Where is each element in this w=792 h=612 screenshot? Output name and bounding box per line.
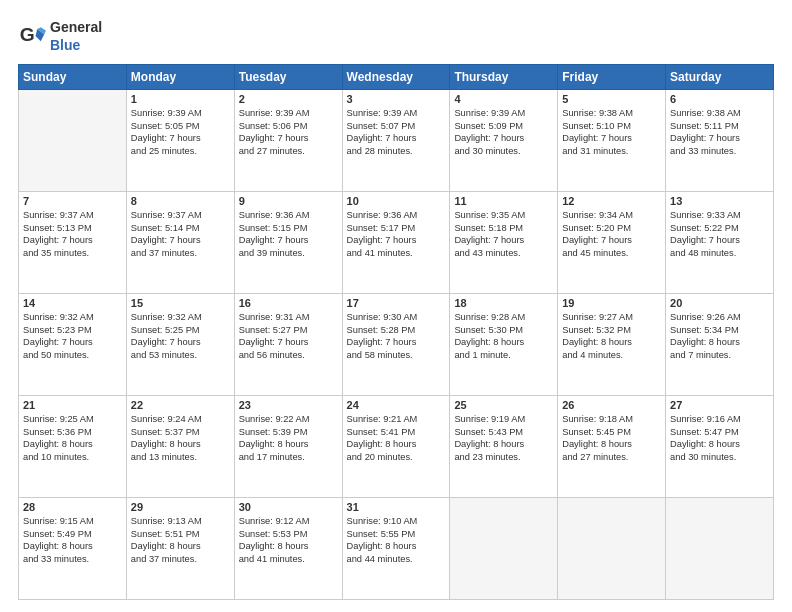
day-number: 9: [239, 195, 338, 207]
cell-info: Sunrise: 9:22 AMSunset: 5:39 PMDaylight:…: [239, 413, 338, 463]
cell-info: Sunrise: 9:38 AMSunset: 5:10 PMDaylight:…: [562, 107, 661, 157]
day-header-tuesday: Tuesday: [234, 65, 342, 90]
day-number: 8: [131, 195, 230, 207]
cell-info: Sunrise: 9:38 AMSunset: 5:11 PMDaylight:…: [670, 107, 769, 157]
cell-info: Sunrise: 9:39 AMSunset: 5:09 PMDaylight:…: [454, 107, 553, 157]
calendar-cell: 15Sunrise: 9:32 AMSunset: 5:25 PMDayligh…: [126, 294, 234, 396]
day-header-sunday: Sunday: [19, 65, 127, 90]
cell-info: Sunrise: 9:30 AMSunset: 5:28 PMDaylight:…: [347, 311, 446, 361]
day-number: 30: [239, 501, 338, 513]
calendar-cell: 14Sunrise: 9:32 AMSunset: 5:23 PMDayligh…: [19, 294, 127, 396]
calendar-cell: 21Sunrise: 9:25 AMSunset: 5:36 PMDayligh…: [19, 396, 127, 498]
calendar-cell: 17Sunrise: 9:30 AMSunset: 5:28 PMDayligh…: [342, 294, 450, 396]
cell-info: Sunrise: 9:13 AMSunset: 5:51 PMDaylight:…: [131, 515, 230, 565]
day-number: 25: [454, 399, 553, 411]
cell-info: Sunrise: 9:39 AMSunset: 5:05 PMDaylight:…: [131, 107, 230, 157]
day-number: 16: [239, 297, 338, 309]
calendar-cell: 25Sunrise: 9:19 AMSunset: 5:43 PMDayligh…: [450, 396, 558, 498]
svg-text:G: G: [20, 24, 35, 45]
day-number: 14: [23, 297, 122, 309]
cell-info: Sunrise: 9:27 AMSunset: 5:32 PMDaylight:…: [562, 311, 661, 361]
header: G General Blue: [18, 18, 774, 54]
day-header-monday: Monday: [126, 65, 234, 90]
calendar-cell: [19, 90, 127, 192]
calendar-cell: 12Sunrise: 9:34 AMSunset: 5:20 PMDayligh…: [558, 192, 666, 294]
day-number: 3: [347, 93, 446, 105]
day-number: 4: [454, 93, 553, 105]
calendar-cell: 31Sunrise: 9:10 AMSunset: 5:55 PMDayligh…: [342, 498, 450, 600]
calendar-cell: 20Sunrise: 9:26 AMSunset: 5:34 PMDayligh…: [666, 294, 774, 396]
calendar-cell: 4Sunrise: 9:39 AMSunset: 5:09 PMDaylight…: [450, 90, 558, 192]
calendar-cell: 2Sunrise: 9:39 AMSunset: 5:06 PMDaylight…: [234, 90, 342, 192]
day-header-saturday: Saturday: [666, 65, 774, 90]
day-number: 23: [239, 399, 338, 411]
calendar-body: 1Sunrise: 9:39 AMSunset: 5:05 PMDaylight…: [19, 90, 774, 600]
calendar-cell: 10Sunrise: 9:36 AMSunset: 5:17 PMDayligh…: [342, 192, 450, 294]
calendar-cell: 22Sunrise: 9:24 AMSunset: 5:37 PMDayligh…: [126, 396, 234, 498]
cell-info: Sunrise: 9:34 AMSunset: 5:20 PMDaylight:…: [562, 209, 661, 259]
calendar-cell: 28Sunrise: 9:15 AMSunset: 5:49 PMDayligh…: [19, 498, 127, 600]
cell-info: Sunrise: 9:35 AMSunset: 5:18 PMDaylight:…: [454, 209, 553, 259]
calendar-cell: 19Sunrise: 9:27 AMSunset: 5:32 PMDayligh…: [558, 294, 666, 396]
calendar-cell: [558, 498, 666, 600]
day-header-thursday: Thursday: [450, 65, 558, 90]
day-number: 12: [562, 195, 661, 207]
cell-info: Sunrise: 9:10 AMSunset: 5:55 PMDaylight:…: [347, 515, 446, 565]
calendar-cell: 9Sunrise: 9:36 AMSunset: 5:15 PMDaylight…: [234, 192, 342, 294]
day-number: 29: [131, 501, 230, 513]
day-number: 17: [347, 297, 446, 309]
cell-info: Sunrise: 9:26 AMSunset: 5:34 PMDaylight:…: [670, 311, 769, 361]
day-number: 18: [454, 297, 553, 309]
cell-info: Sunrise: 9:25 AMSunset: 5:36 PMDaylight:…: [23, 413, 122, 463]
calendar-cell: 24Sunrise: 9:21 AMSunset: 5:41 PMDayligh…: [342, 396, 450, 498]
cell-info: Sunrise: 9:39 AMSunset: 5:07 PMDaylight:…: [347, 107, 446, 157]
logo-blue: Blue: [50, 37, 80, 53]
cell-info: Sunrise: 9:36 AMSunset: 5:15 PMDaylight:…: [239, 209, 338, 259]
calendar-week-4: 21Sunrise: 9:25 AMSunset: 5:36 PMDayligh…: [19, 396, 774, 498]
calendar-cell: 18Sunrise: 9:28 AMSunset: 5:30 PMDayligh…: [450, 294, 558, 396]
calendar-week-2: 7Sunrise: 9:37 AMSunset: 5:13 PMDaylight…: [19, 192, 774, 294]
day-number: 22: [131, 399, 230, 411]
cell-info: Sunrise: 9:16 AMSunset: 5:47 PMDaylight:…: [670, 413, 769, 463]
day-number: 7: [23, 195, 122, 207]
calendar-cell: 11Sunrise: 9:35 AMSunset: 5:18 PMDayligh…: [450, 192, 558, 294]
cell-info: Sunrise: 9:39 AMSunset: 5:06 PMDaylight:…: [239, 107, 338, 157]
day-number: 27: [670, 399, 769, 411]
day-number: 19: [562, 297, 661, 309]
calendar-cell: 1Sunrise: 9:39 AMSunset: 5:05 PMDaylight…: [126, 90, 234, 192]
calendar-table: SundayMondayTuesdayWednesdayThursdayFrid…: [18, 64, 774, 600]
calendar-cell: 29Sunrise: 9:13 AMSunset: 5:51 PMDayligh…: [126, 498, 234, 600]
day-number: 10: [347, 195, 446, 207]
cell-info: Sunrise: 9:36 AMSunset: 5:17 PMDaylight:…: [347, 209, 446, 259]
cell-info: Sunrise: 9:31 AMSunset: 5:27 PMDaylight:…: [239, 311, 338, 361]
day-number: 24: [347, 399, 446, 411]
day-number: 1: [131, 93, 230, 105]
day-number: 26: [562, 399, 661, 411]
logo-icon: G: [18, 22, 46, 50]
calendar-cell: 8Sunrise: 9:37 AMSunset: 5:14 PMDaylight…: [126, 192, 234, 294]
cell-info: Sunrise: 9:24 AMSunset: 5:37 PMDaylight:…: [131, 413, 230, 463]
day-number: 15: [131, 297, 230, 309]
day-number: 13: [670, 195, 769, 207]
cell-info: Sunrise: 9:28 AMSunset: 5:30 PMDaylight:…: [454, 311, 553, 361]
calendar-cell: 23Sunrise: 9:22 AMSunset: 5:39 PMDayligh…: [234, 396, 342, 498]
day-header-wednesday: Wednesday: [342, 65, 450, 90]
calendar-cell: 30Sunrise: 9:12 AMSunset: 5:53 PMDayligh…: [234, 498, 342, 600]
calendar-cell: 6Sunrise: 9:38 AMSunset: 5:11 PMDaylight…: [666, 90, 774, 192]
calendar-cell: 16Sunrise: 9:31 AMSunset: 5:27 PMDayligh…: [234, 294, 342, 396]
day-number: 20: [670, 297, 769, 309]
day-number: 11: [454, 195, 553, 207]
calendar-header-row: SundayMondayTuesdayWednesdayThursdayFrid…: [19, 65, 774, 90]
calendar-cell: 5Sunrise: 9:38 AMSunset: 5:10 PMDaylight…: [558, 90, 666, 192]
day-number: 28: [23, 501, 122, 513]
day-number: 5: [562, 93, 661, 105]
calendar-cell: 3Sunrise: 9:39 AMSunset: 5:07 PMDaylight…: [342, 90, 450, 192]
cell-info: Sunrise: 9:37 AMSunset: 5:13 PMDaylight:…: [23, 209, 122, 259]
page: G General Blue SundayMondayTuesdayWednes…: [0, 0, 792, 612]
cell-info: Sunrise: 9:32 AMSunset: 5:25 PMDaylight:…: [131, 311, 230, 361]
day-number: 2: [239, 93, 338, 105]
cell-info: Sunrise: 9:32 AMSunset: 5:23 PMDaylight:…: [23, 311, 122, 361]
cell-info: Sunrise: 9:21 AMSunset: 5:41 PMDaylight:…: [347, 413, 446, 463]
cell-info: Sunrise: 9:12 AMSunset: 5:53 PMDaylight:…: [239, 515, 338, 565]
day-number: 31: [347, 501, 446, 513]
